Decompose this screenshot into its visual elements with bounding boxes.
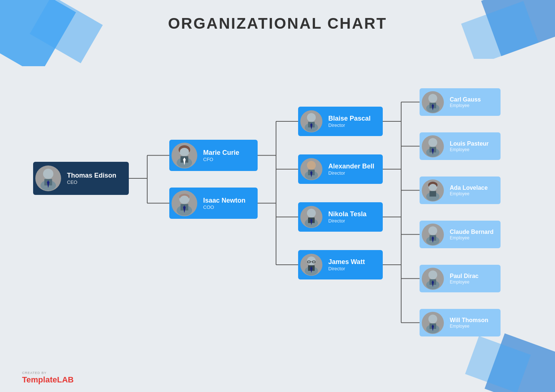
node-director-watt: James Watt Director xyxy=(298,250,383,279)
person-icon-ceo xyxy=(35,165,61,191)
bell-role: Director xyxy=(328,170,374,176)
tesla-name: Nikola Tesla xyxy=(328,210,367,218)
person-icon-watt xyxy=(300,254,322,276)
avatar-cfo xyxy=(172,143,197,168)
svg-rect-72 xyxy=(429,191,436,196)
footer-branding: CREATED BY TemplateLAB xyxy=(22,371,74,385)
person-icon-thomson xyxy=(422,312,444,334)
tesla-role: Director xyxy=(328,218,367,224)
cfo-name: Marie Curie xyxy=(203,149,239,157)
bell-text: Alexander Bell Director xyxy=(325,163,374,176)
svg-point-22 xyxy=(43,169,53,179)
person-icon-cfo xyxy=(172,143,197,168)
watt-text: James Watt Director xyxy=(325,258,365,271)
ceo-name: Thomas Edison xyxy=(67,172,116,179)
footer-created-by: CREATED BY xyxy=(22,371,74,375)
bernard-text: Claude Bernard Employee xyxy=(446,229,494,240)
avatar-pasteur xyxy=(422,135,444,157)
node-employee-thomson: Will Thomson Employee xyxy=(420,309,501,336)
lovelace-text: Ada Lovelace Employee xyxy=(446,185,488,196)
svg-point-35 xyxy=(180,196,189,203)
coo-role: COO xyxy=(203,204,245,210)
person-icon-bell xyxy=(300,158,322,180)
dirac-role: Employee xyxy=(450,279,478,285)
avatar-lovelace xyxy=(422,179,444,202)
dirac-name: Paul Dirac xyxy=(450,273,478,279)
person-icon-lovelace xyxy=(422,179,444,202)
thomson-role: Employee xyxy=(450,324,488,329)
node-coo: Isaac Newton COO xyxy=(169,188,258,219)
node-employee-pasteur: Louis Pasteur Employee xyxy=(420,132,501,160)
cfo-text: Marie Curie CFO xyxy=(199,149,239,162)
footer: CREATED BY TemplateLAB xyxy=(22,371,74,385)
lovelace-role: Employee xyxy=(450,191,488,196)
coo-text: Isaac Newton COO xyxy=(199,197,245,210)
org-chart: Thomas Edison CEO Marie Curie CFO xyxy=(22,44,533,363)
avatar-coo xyxy=(172,190,197,216)
svg-point-77 xyxy=(428,270,437,279)
lovelace-name: Ada Lovelace xyxy=(450,185,488,191)
person-icon-dirac xyxy=(422,268,444,290)
svg-point-44 xyxy=(307,161,316,170)
person-icon-tesla xyxy=(300,206,322,228)
avatar-ceo xyxy=(35,165,61,191)
person-icon-pascal xyxy=(300,110,322,132)
svg-point-64 xyxy=(428,138,437,147)
gauss-name: Carl Gauss xyxy=(450,96,481,103)
ceo-text: Thomas Edison CEO xyxy=(63,172,116,185)
thomson-name: Will Thomson xyxy=(450,317,488,324)
pascal-name: Blaise Pascal xyxy=(328,115,371,122)
avatar-dirac xyxy=(422,268,444,290)
person-icon-gauss xyxy=(422,91,444,113)
person-icon-pasteur xyxy=(422,135,444,157)
pasteur-role: Employee xyxy=(450,147,489,152)
avatar-thomson xyxy=(422,312,444,334)
watt-role: Director xyxy=(328,266,365,271)
node-ceo: Thomas Edison CEO xyxy=(33,162,129,195)
person-icon-bernard xyxy=(422,224,444,246)
avatar-pascal xyxy=(300,110,322,132)
node-director-bell: Alexander Bell Director xyxy=(298,154,383,184)
cfo-role: CFO xyxy=(203,157,239,162)
avatar-tesla xyxy=(300,206,322,228)
svg-point-81 xyxy=(428,314,437,323)
avatar-gauss xyxy=(422,91,444,113)
dirac-text: Paul Dirac Employee xyxy=(446,273,478,285)
node-employee-gauss: Carl Gauss Employee xyxy=(420,88,501,116)
bernard-name: Claude Bernard xyxy=(450,229,494,235)
pasteur-name: Louis Pasteur xyxy=(450,140,489,147)
coo-name: Isaac Newton xyxy=(203,197,245,204)
node-director-pascal: Blaise Pascal Director xyxy=(298,107,383,136)
node-employee-bernard: Claude Bernard Employee xyxy=(420,221,501,248)
person-icon-coo xyxy=(172,190,197,216)
footer-lab: LAB xyxy=(57,375,74,384)
svg-point-70 xyxy=(429,184,437,190)
thomson-text: Will Thomson Employee xyxy=(446,317,488,329)
node-employee-lovelace: Ada Lovelace Employee xyxy=(420,177,501,204)
svg-point-49 xyxy=(307,209,316,218)
page-title: ORGANIZATIONAL CHART xyxy=(0,0,555,32)
bell-name: Alexander Bell xyxy=(328,163,374,170)
gauss-text: Carl Gauss Employee xyxy=(446,96,481,108)
gauss-role: Employee xyxy=(450,103,481,108)
node-cfo: Marie Curie CFO xyxy=(169,140,258,171)
node-director-tesla: Nikola Tesla Director xyxy=(298,202,383,232)
tesla-text: Nikola Tesla Director xyxy=(325,210,367,224)
avatar-watt xyxy=(300,254,322,276)
watt-name: James Watt xyxy=(328,258,365,266)
footer-brand: TemplateLAB xyxy=(22,375,74,385)
avatar-bell xyxy=(300,158,322,180)
node-employee-dirac: Paul Dirac Employee xyxy=(420,265,501,292)
ceo-role: CEO xyxy=(67,179,116,185)
pascal-role: Director xyxy=(328,122,371,128)
footer-template: Template xyxy=(22,375,57,384)
svg-point-29 xyxy=(180,148,189,156)
pascal-text: Blaise Pascal Director xyxy=(325,115,371,128)
svg-point-73 xyxy=(428,226,437,235)
svg-point-60 xyxy=(428,94,437,103)
bernard-role: Employee xyxy=(450,235,494,240)
svg-point-40 xyxy=(307,113,316,122)
pasteur-text: Louis Pasteur Employee xyxy=(446,140,489,152)
main-content: ORGANIZATIONAL CHART Thomas Edison CEO xyxy=(0,0,555,392)
avatar-bernard xyxy=(422,224,444,246)
